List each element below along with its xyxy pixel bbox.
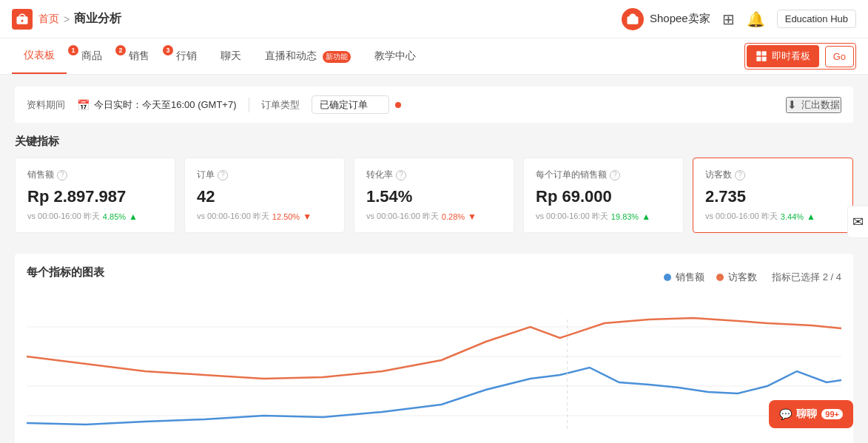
chart-section: 每个指标的图表 销售额 访客数 指标已选择 2 / 4 xyxy=(15,254,853,443)
metric-card-avg-order: 每个订单的销售额 ? Rp 69.000 vs 00:00-16:00 昨天 1… xyxy=(523,158,684,233)
calendar-icon: 📅 xyxy=(77,99,90,111)
nav-item-dashboard[interactable]: 仪表板 xyxy=(12,38,67,74)
chart-legend: 销售额 访客数 xyxy=(664,271,757,284)
legend-item-sales: 销售额 xyxy=(664,271,704,284)
svg-rect-1 xyxy=(761,51,766,55)
legend-item-visitors: 访客数 xyxy=(716,271,757,284)
nav-item-chat[interactable]: 聊天 xyxy=(209,39,253,73)
metric-value-conversion: 1.54% xyxy=(366,187,502,206)
svg-rect-3 xyxy=(761,57,766,61)
metric-card-orders: 订单 ? 42 vs 00:00-16:00 昨天 12.50% ▼ xyxy=(184,158,345,233)
metric-card-sales: 销售额 ? Rp 2.897.987 vs 00:00-16:00 昨天 4.8… xyxy=(15,158,175,233)
page-title: 商业分析 xyxy=(74,11,121,27)
instant-board-button[interactable]: 即时看板 xyxy=(747,45,819,67)
nav-item-products[interactable]: 商品 xyxy=(67,39,114,73)
filter-dot xyxy=(395,102,401,108)
arrow-up-sales: ▲ xyxy=(129,212,138,222)
breadcrumb-separator: > xyxy=(64,13,70,25)
legend-dot-sales xyxy=(664,274,671,281)
shopee-seller: Shopee卖家 xyxy=(622,8,710,30)
nav-item-edu[interactable]: 教学中心 xyxy=(363,39,428,73)
metric-card-visitors: 访客数 ? 2.735 vs 00:00-16:00 昨天 3.44% ▲ xyxy=(693,158,853,233)
header-left: 首页 > 商业分析 xyxy=(12,9,121,30)
info-icon-avg-order[interactable]: ? xyxy=(610,170,620,180)
arrow-down-conversion: ▼ xyxy=(468,212,477,222)
change-visitors: 3.44% xyxy=(781,212,804,221)
go-button[interactable]: Go xyxy=(825,46,854,67)
feedback-sidebar[interactable]: ✉ xyxy=(847,206,868,238)
export-button[interactable]: ⬇ 汇出数据 xyxy=(786,97,841,113)
instant-panel-box: 即时看板 Go xyxy=(744,43,856,70)
order-type-select-wrap[interactable]: 已确定订单 xyxy=(312,95,401,114)
filter-bar: 资料期间 📅 今日实时：今天至16:00 (GMT+7) 订单类型 已确定订单 … xyxy=(15,87,853,123)
chat-label: 聊聊 xyxy=(796,408,817,421)
shopee-logo xyxy=(12,9,33,30)
svg-rect-0 xyxy=(756,51,761,55)
arrow-down-orders: ▼ xyxy=(303,212,312,222)
metric-label-orders: 订单 ? xyxy=(197,169,332,181)
arrow-up-visitors: ▲ xyxy=(807,212,815,222)
header: 首页 > 商业分析 Shopee卖家 ⊞ 🔔 Education Hub xyxy=(0,0,868,38)
change-orders: 12.50% xyxy=(272,212,300,221)
change-avg-order: 19.83% xyxy=(611,212,639,221)
key-metrics-title: 关键指标 xyxy=(15,135,853,149)
order-type-label: 订单类型 xyxy=(261,98,300,112)
nav-right: 即时看板 Go xyxy=(744,43,856,70)
info-icon-conversion[interactable]: ? xyxy=(396,170,406,180)
metric-value-sales: Rp 2.897.987 xyxy=(27,187,163,206)
chart-title: 每个指标的图表 xyxy=(27,266,104,280)
nav-item-live[interactable]: 直播和动态 新功能 xyxy=(253,39,363,73)
metric-label-visitors: 访客数 ? xyxy=(705,169,841,181)
breadcrumb: 首页 > 商业分析 xyxy=(38,11,121,27)
order-type-select[interactable]: 已确定订单 xyxy=(312,95,389,114)
period-label: 资料期间 xyxy=(27,98,65,112)
chat-badge: 99+ xyxy=(821,409,843,419)
grid-icon[interactable]: ⊞ xyxy=(722,10,735,28)
home-link[interactable]: 首页 xyxy=(38,13,59,26)
nav-item-traffic[interactable]: 行销 xyxy=(161,39,209,73)
metric-compare-conversion: vs 00:00-16:00 昨天 0.28% ▼ xyxy=(366,211,502,222)
info-icon-visitors[interactable]: ? xyxy=(735,170,745,180)
info-icon-orders[interactable]: ? xyxy=(218,170,228,180)
shopee-seller-label: Shopee卖家 xyxy=(650,12,710,26)
metric-label-sales: 销售额 ? xyxy=(27,169,163,181)
metric-compare-visitors: vs 00:00-16:00 昨天 3.44% ▲ xyxy=(705,211,841,222)
metric-compare-orders: vs 00:00-16:00 昨天 12.50% ▼ xyxy=(197,211,332,222)
svg-rect-2 xyxy=(756,57,761,61)
mail-icon: ✉ xyxy=(852,214,864,229)
bell-icon[interactable]: 🔔 xyxy=(747,10,765,28)
metric-value-orders: 42 xyxy=(197,187,332,206)
chat-icon: 💬 xyxy=(779,408,792,420)
metric-label-conversion: 转化率 ? xyxy=(366,169,502,181)
metric-compare-sales: vs 00:00-16:00 昨天 4.85% ▲ xyxy=(27,211,163,222)
new-badge: 新功能 xyxy=(323,51,351,63)
change-conversion: 0.28% xyxy=(442,212,465,221)
chart-header: 每个指标的图表 销售额 访客数 指标已选择 2 / 4 xyxy=(27,266,841,288)
nav-item-sales[interactable]: 销售 xyxy=(114,39,161,73)
chart-container xyxy=(27,297,841,443)
chat-float-button[interactable]: 💬 聊聊 99+ xyxy=(769,400,853,428)
shopee-logo-icon xyxy=(12,9,33,30)
nav-bar: 仪表板 1 商品 2 销售 3 行销 聊天 直播和动态 新功能 教学中心 即时看… xyxy=(0,38,868,75)
main-content: 资料期间 📅 今日实时：今天至16:00 (GMT+7) 订单类型 已确定订单 … xyxy=(0,75,868,443)
metric-value-avg-order: Rp 69.000 xyxy=(536,187,671,206)
download-icon: ⬇ xyxy=(787,98,797,112)
date-value: 今日实时：今天至16:00 (GMT+7) xyxy=(94,98,237,112)
arrow-up-avg: ▲ xyxy=(642,212,650,222)
line-chart xyxy=(27,297,841,443)
change-sales: 4.85% xyxy=(103,212,126,221)
header-right: Shopee卖家 ⊞ 🔔 Education Hub xyxy=(622,8,856,30)
metric-compare-avg-order: vs 00:00-16:00 昨天 19.83% ▲ xyxy=(536,211,671,222)
filter-divider xyxy=(249,98,249,112)
education-hub-button[interactable]: Education Hub xyxy=(777,10,856,28)
legend-dot-visitors xyxy=(716,274,724,281)
filter-date[interactable]: 📅 今日实时：今天至16:00 (GMT+7) xyxy=(77,98,237,112)
chart-selector[interactable]: 指标已选择 2 / 4 xyxy=(772,271,841,284)
metrics-grid: 销售额 ? Rp 2.897.987 vs 00:00-16:00 昨天 4.8… xyxy=(15,158,853,233)
metric-value-visitors: 2.735 xyxy=(705,187,841,206)
metric-card-conversion: 转化率 ? 1.54% vs 00:00-16:00 昨天 0.28% ▼ xyxy=(354,158,514,233)
shopee-seller-icon xyxy=(622,8,644,30)
metric-label-avg-order: 每个订单的销售额 ? xyxy=(536,169,671,181)
info-icon-sales[interactable]: ? xyxy=(57,170,67,180)
